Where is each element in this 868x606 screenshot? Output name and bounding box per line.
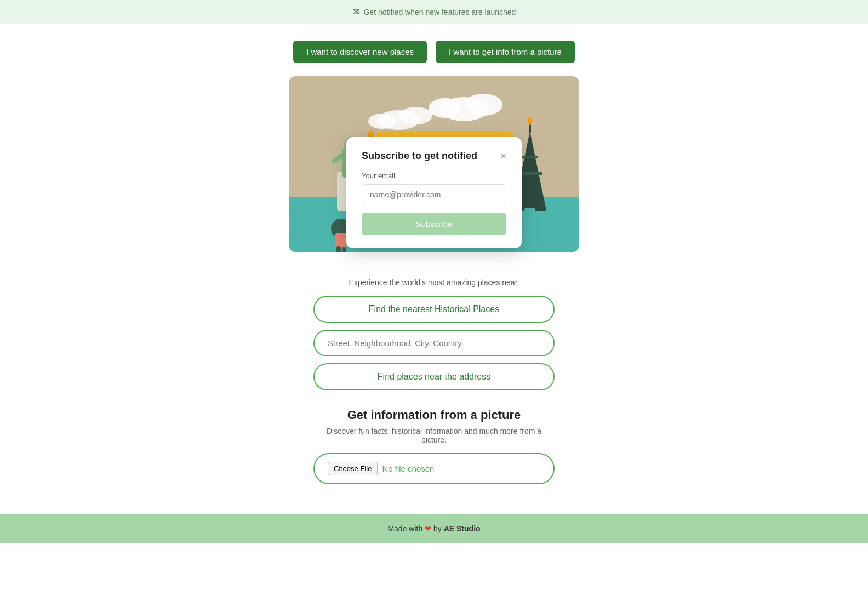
info-subtitle: Discover fun facts, historical informati… xyxy=(313,427,555,444)
svg-rect-48 xyxy=(335,233,346,249)
svg-point-6 xyxy=(399,107,432,124)
find-historical-button[interactable]: Find the nearest Historical Places xyxy=(313,296,555,323)
svg-point-46 xyxy=(528,117,532,125)
experience-text: Experience the world's most amazing plac… xyxy=(349,278,519,287)
cta-row: I want to discover new places I want to … xyxy=(293,41,575,63)
modal-close-button[interactable]: × xyxy=(500,151,506,161)
mail-icon: ✉ xyxy=(352,7,359,17)
top-notification-bar: ✉ Get notified when new features are lau… xyxy=(0,0,868,24)
footer-made-with: Made with xyxy=(387,524,422,533)
top-bar-text: Get notified when new features are launc… xyxy=(364,8,516,16)
main-content: I want to discover new places I want to … xyxy=(0,24,868,514)
svg-point-4 xyxy=(429,98,461,118)
footer-heart-icon: ❤ xyxy=(425,524,431,533)
choose-file-button[interactable]: Choose File xyxy=(328,462,378,475)
action-section: Find the nearest Historical Places Find … xyxy=(313,296,555,390)
svg-rect-50 xyxy=(342,247,346,252)
no-file-text: No file chosen xyxy=(382,464,434,473)
footer-by: by xyxy=(433,524,442,533)
svg-point-3 xyxy=(464,94,502,116)
hero-wrapper: Subscribe to get notified × Your email S… xyxy=(289,76,579,265)
info-title: Get information from a picture xyxy=(313,408,555,422)
info-section: Get information from a picture Discover … xyxy=(313,408,555,484)
subscribe-button[interactable]: Subscribe xyxy=(362,213,506,235)
file-input-wrapper[interactable]: Choose File No file chosen xyxy=(313,453,555,484)
address-input[interactable] xyxy=(313,330,555,356)
footer: Made with ❤ by AE Studio xyxy=(0,514,868,543)
modal-title: Subscribe to get notified xyxy=(362,150,477,162)
svg-rect-44 xyxy=(522,156,538,158)
email-label: Your email xyxy=(362,172,506,180)
subscribe-modal: Subscribe to get notified × Your email S… xyxy=(346,137,522,248)
svg-point-7 xyxy=(368,114,396,129)
svg-rect-49 xyxy=(336,246,341,252)
get-info-picture-button[interactable]: I want to get info from a picture xyxy=(436,41,575,63)
find-near-address-button[interactable]: Find places near the address xyxy=(313,363,555,390)
modal-header: Subscribe to get notified × xyxy=(362,150,506,162)
discover-places-button[interactable]: I want to discover new places xyxy=(293,41,427,63)
footer-text: Made with ❤ by AE Studio xyxy=(387,524,480,533)
footer-brand: AE Studio xyxy=(444,524,481,533)
email-input[interactable] xyxy=(362,184,506,205)
